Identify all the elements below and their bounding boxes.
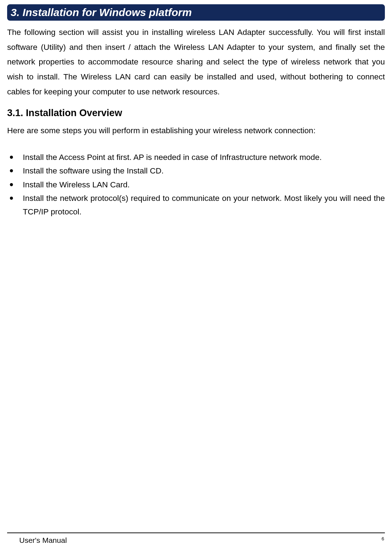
- list-item: Install the network protocol(s) required…: [9, 192, 385, 219]
- section-header: 3. Installation for Windows platform: [7, 4, 385, 21]
- section-intro-text: The following section will assist you in…: [7, 25, 385, 99]
- subsection-intro-text: Here are some steps you will perform in …: [7, 124, 385, 137]
- list-item: Install the Access Point at first. AP is…: [9, 151, 385, 164]
- list-item: Install the software using the Install C…: [9, 164, 385, 178]
- bullet-list: Install the Access Point at first. AP is…: [7, 151, 385, 219]
- footer-manual-label: User's Manual: [7, 536, 67, 545]
- page-footer: User's Manual 6: [7, 532, 385, 545]
- list-item: Install the Wireless LAN Card.: [9, 178, 385, 192]
- footer-page-number: 6: [382, 536, 385, 541]
- subsection-header: 3.1. Installation Overview: [7, 108, 385, 119]
